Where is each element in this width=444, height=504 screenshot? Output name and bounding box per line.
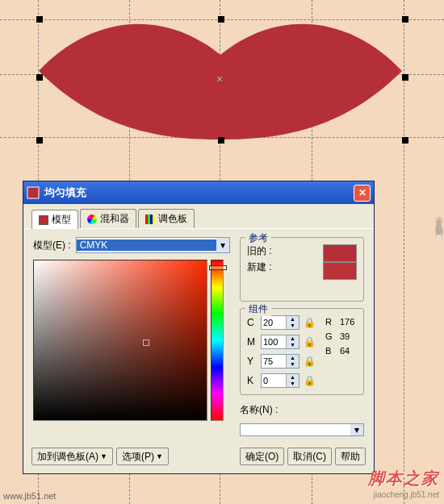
cancel-button[interactable]: 取消(C) [287,448,332,465]
model-label: 模型(E) : [33,239,71,252]
watermark: 脚本之家 [368,468,439,489]
uniform-fill-dialog: 均匀填充 ✕ 模型 混和器 调色板 模型(E) : CMYK ▾ [23,181,375,474]
reference-group: 参考 旧的 : 新建 : [240,237,364,302]
app-icon [27,186,40,199]
side-watermark: 非常复制网 [433,210,444,226]
c-spinner[interactable]: ▲▼ [261,315,299,330]
name-combo[interactable]: ▾ [240,423,364,436]
color-cursor-icon[interactable] [143,339,149,346]
hue-thumb-icon[interactable] [209,265,227,270]
c-label: C [247,317,257,328]
add-to-palette-button[interactable]: 加到调色板(A)▼ [31,448,113,465]
r-value: 176 [340,317,354,327]
reference-title: 参考 [245,231,271,245]
chevron-down-icon: ▾ [216,238,229,252]
old-color-swatch[interactable] [323,244,357,262]
y-input[interactable] [262,355,286,368]
m-label: M [247,336,257,348]
new-color-swatch[interactable] [323,262,357,280]
selection-center-icon: × [216,73,223,85]
watermark-sub: jiaocheng.jb51.net [374,490,439,499]
spin-up-icon[interactable]: ▲ [286,316,299,323]
tab-mixer[interactable]: 混和器 [80,209,136,228]
name-label: 名称(N) : [240,403,278,417]
mixer-tab-icon [87,215,97,224]
lock-icon[interactable]: 🔒 [304,375,316,386]
model-tab-icon [39,215,48,225]
old-label: 旧的 : [247,244,272,258]
svg-rect-0 [27,187,39,198]
b-label: B [325,346,333,356]
components-group: 组件 C▲▼🔒 M▲▼🔒 Y▲▼🔒 K▲▼🔒 R176 G39 B64 [240,308,364,395]
model-value: CMYK [77,240,216,251]
m-input[interactable] [262,335,286,348]
model-combo[interactable]: CMYK ▾ [76,237,230,253]
y-spinner[interactable]: ▲▼ [261,354,299,369]
g-label: G [325,331,333,341]
chevron-down-icon: ▼ [100,452,107,460]
r-label: R [325,317,333,327]
chevron-down-icon: ▼ [156,452,163,460]
close-button[interactable]: ✕ [354,185,371,202]
g-value: 39 [340,331,350,341]
components-title: 组件 [245,302,271,316]
b-value: 64 [340,346,350,356]
chevron-down-icon: ▾ [350,424,363,435]
k-spinner[interactable]: ▲▼ [261,373,299,388]
k-label: K [247,375,257,386]
y-label: Y [247,356,257,367]
button-row: 加到调色板(A)▼ 选项(P)▼ 确定(O) 取消(C) 帮助 [23,443,374,473]
ok-button[interactable]: 确定(O) [240,448,284,465]
m-spinner[interactable]: ▲▼ [261,335,299,349]
lock-icon[interactable]: 🔒 [304,317,316,328]
palette-tab-icon [145,215,155,224]
footer-url: www.jb51.net [3,491,56,501]
tab-model[interactable]: 模型 [31,210,78,229]
dialog-title: 均匀填充 [44,185,349,200]
lock-icon[interactable]: 🔒 [304,336,316,348]
tab-bar: 模型 混和器 调色板 [23,204,374,228]
c-input[interactable] [262,316,286,329]
color-field[interactable] [33,260,207,421]
spin-down-icon[interactable]: ▼ [286,323,299,329]
new-label: 新建 : [247,260,272,274]
help-button[interactable]: 帮助 [335,448,366,465]
hue-slider[interactable] [211,260,224,421]
k-input[interactable] [262,374,286,387]
tab-palette[interactable]: 调色板 [138,209,195,228]
titlebar[interactable]: 均匀填充 ✕ [23,181,374,204]
lock-icon[interactable]: 🔒 [304,356,316,367]
options-button[interactable]: 选项(P)▼ [116,448,169,465]
